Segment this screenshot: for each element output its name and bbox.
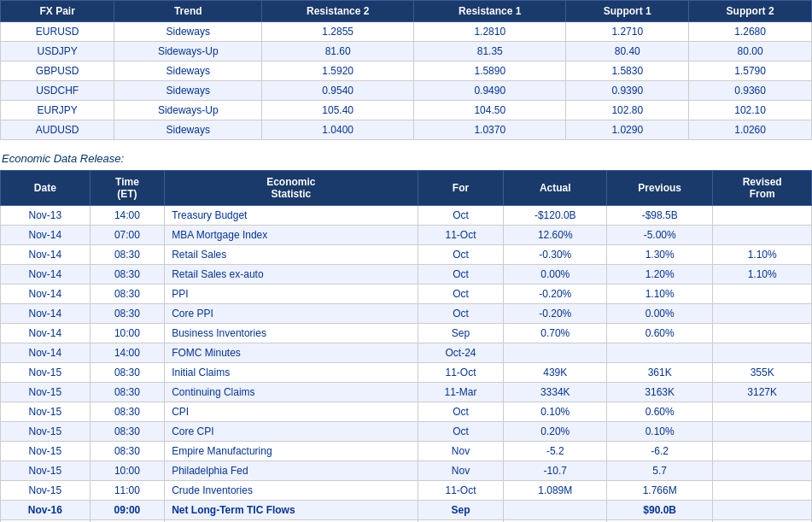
econ-cell: Nov: [418, 461, 504, 481]
econ-cell: 14:00: [90, 343, 165, 363]
econ-row: Nov-1510:00Philadelphia FedNov-10.75.7: [1, 461, 812, 481]
econ-cell: 355K: [713, 363, 812, 383]
econ-row: Nov-1408:30Retail Sales ex-autoOct0.00%1…: [1, 265, 812, 284]
econ-cell: 3127K: [713, 383, 812, 402]
econ-row: Nov-1414:00FOMC MinutesOct-24: [1, 343, 812, 363]
fx-cell: USDCHF: [1, 81, 114, 101]
fx-cell: Sideways-Up: [114, 101, 262, 120]
econ-cell: [713, 206, 812, 226]
fx-cell: 1.2710: [566, 22, 689, 42]
econ-cell: 1.089M: [504, 481, 607, 501]
econ-cell: 08:30: [90, 383, 165, 402]
econ-cell: Core CPI: [165, 422, 418, 442]
econ-row: Nov-1508:30Initial Claims11-Oct439K361K3…: [1, 363, 812, 383]
econ-col-header: EconomicStatistic: [165, 171, 418, 206]
econ-cell: Oct-24: [418, 343, 504, 363]
econ-cell: [504, 501, 607, 520]
econ-cell: 1.20%: [607, 265, 713, 284]
econ-row: Nov-1408:30Retail SalesOct-0.30%1.30%1.1…: [1, 245, 812, 265]
econ-cell: 08:30: [90, 265, 165, 284]
fx-row: EURUSDSideways1.28551.28101.27101.2680: [1, 22, 812, 42]
econ-cell: 11-Oct: [418, 363, 504, 383]
econ-cell: 1.10%: [713, 245, 812, 265]
fx-cell: Sideways: [114, 22, 262, 42]
econ-cell: -6.2: [607, 442, 713, 461]
econ-row: Nov-1508:30Empire ManufacturingNov-5.2-6…: [1, 442, 812, 461]
econ-cell: [713, 226, 812, 245]
fx-row: GBPUSDSideways1.59201.58901.58301.5790: [1, 62, 812, 81]
fx-cell: 1.5830: [566, 62, 689, 81]
econ-row: Nov-1609:00Net Long-Term TIC FlowsSep$90…: [1, 501, 812, 520]
fx-cell: EURUSD: [1, 22, 114, 42]
econ-cell: 1.10%: [607, 284, 713, 304]
econ-cell: Nov-15: [1, 363, 91, 383]
econ-cell: Oct: [418, 422, 504, 442]
econ-cell: Business Inventories: [165, 324, 418, 343]
econ-cell: Sep: [418, 501, 504, 520]
econ-row: Nov-1508:30Continuing Claims11-Mar3334K3…: [1, 383, 812, 402]
econ-row: Nov-1511:00Crude Inventories11-Oct1.089M…: [1, 481, 812, 501]
fx-cell: 81.60: [262, 42, 414, 62]
econ-cell: Nov-14: [1, 284, 91, 304]
econ-col-header: Actual: [504, 171, 607, 206]
econ-cell: 10:00: [90, 461, 165, 481]
econ-cell: [713, 284, 812, 304]
econ-cell: Nov-15: [1, 442, 91, 461]
econ-cell: Nov-16: [1, 501, 91, 520]
econ-cell: Nov-14: [1, 245, 91, 265]
econ-cell: 1.766M: [607, 481, 713, 501]
fx-row: USDCHFSideways0.95400.94900.93900.9360: [1, 81, 812, 101]
fx-col-header: Support 2: [689, 1, 812, 22]
econ-row: Nov-1508:30Core CPIOct0.20%0.10%: [1, 422, 812, 442]
fx-cell: 1.5890: [414, 62, 566, 81]
econ-cell: Crude Inventories: [165, 481, 418, 501]
econ-cell: Nov-15: [1, 402, 91, 422]
econ-table: DateTime(ET)EconomicStatisticForActualPr…: [0, 170, 812, 522]
fx-cell: 0.9490: [414, 81, 566, 101]
fx-header-row: FX PairTrendResistance 2Resistance 1Supp…: [1, 1, 812, 22]
econ-cell: [713, 501, 812, 520]
econ-cell: Nov-14: [1, 304, 91, 324]
econ-cell: FOMC Minutes: [165, 343, 418, 363]
econ-cell: [713, 402, 812, 422]
econ-cell: [713, 422, 812, 442]
econ-cell: Initial Claims: [165, 363, 418, 383]
econ-cell: Nov-13: [1, 206, 91, 226]
econ-cell: [713, 442, 812, 461]
econ-cell: 0.00%: [607, 304, 713, 324]
econ-header-row: DateTime(ET)EconomicStatisticForActualPr…: [1, 171, 812, 206]
econ-row: Nov-1408:30Core PPIOct-0.20%0.00%: [1, 304, 812, 324]
fx-cell: 1.0400: [262, 120, 414, 140]
econ-cell: 0.20%: [504, 422, 607, 442]
econ-cell: Oct: [418, 265, 504, 284]
econ-cell: 0.60%: [607, 402, 713, 422]
econ-cell: Nov-15: [1, 481, 91, 501]
fx-row: AUDUSDSideways1.04001.03701.02901.0260: [1, 120, 812, 140]
econ-cell: $90.0B: [607, 501, 713, 520]
econ-cell: 07:00: [90, 226, 165, 245]
section-label: Economic Data Release:: [0, 147, 812, 170]
econ-cell: Oct: [418, 402, 504, 422]
econ-row: Nov-1314:00Treasury BudgetOct-$120.0B-$9…: [1, 206, 812, 226]
econ-cell: [607, 343, 713, 363]
econ-cell: Sep: [418, 324, 504, 343]
econ-cell: 11-Oct: [418, 481, 504, 501]
econ-cell: MBA Mortgage Index: [165, 226, 418, 245]
fx-cell: Sideways: [114, 81, 262, 101]
econ-row: Nov-1508:30CPIOct0.10%0.60%: [1, 402, 812, 422]
fx-cell: Sideways: [114, 120, 262, 140]
fx-cell: 0.9390: [566, 81, 689, 101]
econ-cell: Nov-15: [1, 461, 91, 481]
econ-col-header: Date: [1, 171, 91, 206]
econ-cell: 0.10%: [607, 422, 713, 442]
econ-cell: 0.70%: [504, 324, 607, 343]
econ-cell: 11-Oct: [418, 226, 504, 245]
econ-cell: Net Long-Term TIC Flows: [165, 501, 418, 520]
econ-cell: 08:30: [90, 402, 165, 422]
fx-cell: AUDUSD: [1, 120, 114, 140]
fx-cell: 0.9360: [689, 81, 812, 101]
fx-cell: 104.50: [414, 101, 566, 120]
econ-cell: Treasury Budget: [165, 206, 418, 226]
fx-cell: USDJPY: [1, 42, 114, 62]
econ-row: Nov-1407:00MBA Mortgage Index11-Oct12.60…: [1, 226, 812, 245]
